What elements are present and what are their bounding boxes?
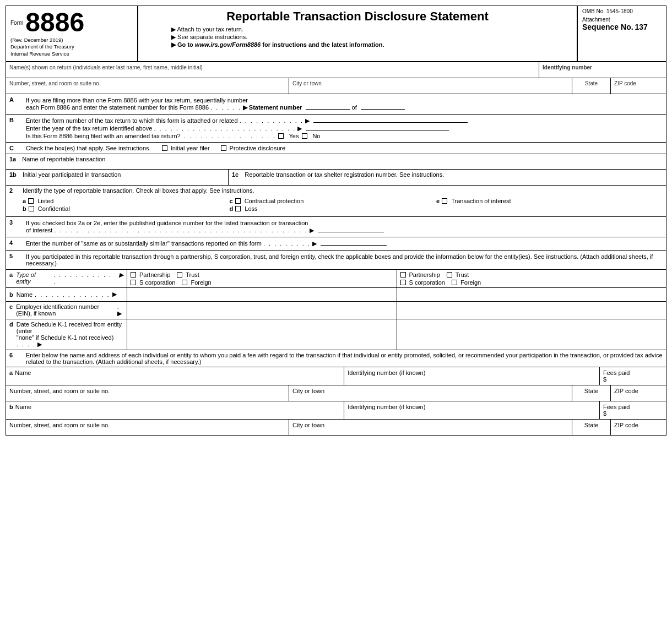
id-cell: Identifying number — [539, 62, 666, 78]
trust-1-checkbox[interactable] — [177, 272, 182, 278]
section-a-letter: A — [6, 94, 23, 105]
omb-number: OMB No. 1545-1800 — [582, 8, 662, 14]
sequence-number: Sequence No. 137 — [582, 23, 662, 31]
amended-return-no-checkbox[interactable] — [302, 133, 307, 139]
sec6a-id-cell: Identifying number (if known) — [344, 367, 600, 385]
instruction2: ▶ See separate instructions. — [171, 34, 566, 41]
sec6a-street-cell: Number, street, and room or suite no. — [6, 385, 289, 401]
option-d: d Loss — [230, 205, 437, 212]
form-8886: Form 8886 (Rev. December 2019) Departmen… — [6, 6, 666, 436]
check-trust-1: Trust — [177, 271, 199, 278]
entity-half-2: Partnership Trust S corporation — [397, 270, 666, 287]
foreign-1-checkbox[interactable] — [182, 280, 187, 285]
section-5-number: 5 — [6, 251, 23, 262]
k1-date-entity-1[interactable] — [127, 319, 397, 350]
street-label: Number, street, and room or suite no. — [9, 80, 285, 86]
street-cell: Number, street, and room or suite no. — [6, 78, 289, 94]
k1-date-entity-2[interactable] — [397, 319, 666, 350]
row-1bc: 1b Initial year participated in transact… — [6, 170, 666, 186]
section-6b-addr-row: Number, street, and room or suite no. Ci… — [6, 420, 666, 435]
field-1b-label: 1b — [9, 171, 17, 178]
instruction1: ▶ Attach to your tax return. — [171, 26, 566, 33]
option-c: c Contractual protection — [230, 198, 437, 204]
section-5-text: If you participated in this reportable t… — [23, 251, 666, 269]
cell-1c: 1c Reportable transaction or tax shelter… — [229, 170, 666, 185]
option-a: a Listed — [23, 198, 230, 204]
section-5-header: 5 If you participated in this reportable… — [6, 251, 666, 270]
city-cell: City or town — [289, 78, 572, 94]
trust-2-checkbox[interactable] — [447, 272, 452, 278]
header-left: Form 8886 (Rev. December 2019) Departmen… — [6, 6, 138, 61]
form-number-block: Form 8886 — [10, 9, 133, 36]
section-6-text: Enter below the name and address of each… — [23, 350, 666, 367]
name-entity-1[interactable] — [127, 288, 397, 301]
header-center: Reportable Transaction Disclosure Statem… — [138, 6, 578, 61]
initial-year-checkbox[interactable] — [162, 145, 167, 151]
section-4: 4 Enter the number of "same as or substa… — [6, 237, 666, 251]
field-1a-text: Name of reportable transaction — [22, 156, 105, 162]
state-label: State — [576, 80, 607, 86]
name-cell: Name(s) shown on return (individuals ent… — [6, 62, 539, 78]
name-entity-2[interactable] — [397, 288, 666, 301]
scorp-1-checkbox[interactable] — [131, 280, 136, 285]
section-6-header: 6 Enter below the name and address of ea… — [6, 350, 666, 367]
sec6b-fees-cell: Fees paid $ — [600, 401, 666, 419]
sec6a-state-cell: State — [572, 385, 611, 401]
header-right: OMB No. 1545-1800 Attachment Sequence No… — [578, 6, 666, 61]
option-b-checkbox[interactable] — [29, 206, 34, 211]
instruction3: ▶ Go to www.irs.gov/Form8886 for instruc… — [171, 41, 566, 48]
sec6b-street-cell: Number, street, and room or suite no. — [6, 420, 289, 435]
city-label: City or town — [292, 80, 568, 86]
attachment-label: Attachment — [582, 17, 662, 23]
rev-date: (Rev. December 2019) — [10, 37, 133, 43]
cell-1b: 1b Initial year participated in transact… — [6, 170, 229, 185]
section-3-number: 3 — [6, 217, 23, 228]
section-3: 3 If you checked box 2a or 2e, enter the… — [6, 217, 666, 237]
option-d-checkbox[interactable] — [235, 206, 241, 211]
section-a: A If you are filing more than one Form 8… — [6, 94, 666, 115]
zip-label: ZIP code — [614, 80, 663, 86]
sec6a-fees-cell: Fees paid $ — [600, 367, 666, 385]
option-b: b Confidential — [23, 205, 230, 212]
check-trust-2: Trust — [447, 271, 469, 278]
foreign-2-checkbox[interactable] — [452, 280, 457, 285]
sec6b-city-cell: City or town — [289, 420, 572, 435]
section-5d: d Date Schedule K-1 received from entity… — [6, 319, 666, 350]
sec6a-zip-cell: ZIP code — [611, 385, 666, 401]
field-1b-text: Initial year participated in transaction — [23, 171, 121, 178]
partnership-1-checkbox[interactable] — [131, 272, 136, 278]
section-2: 2 Identify the type of reportable transa… — [6, 186, 666, 217]
section-c-letter: C — [6, 143, 23, 154]
dept2: Internal Revenue Service — [10, 50, 133, 57]
entity-boxes: Partnership Trust S corporation — [127, 270, 666, 287]
amended-return-checkbox[interactable] — [278, 133, 284, 139]
section-6-number: 6 — [6, 350, 23, 367]
section-c: C Check the box(es) that apply. See inst… — [6, 143, 666, 154]
protective-disclosure-checkbox[interactable] — [221, 145, 226, 151]
check-partnership-1: Partnership — [131, 271, 170, 278]
section-5b: b Name . . . . . . . . . . . . . . ▶ — [6, 288, 666, 302]
ein-entity-1[interactable] — [127, 302, 397, 319]
ein-entity-2[interactable] — [397, 302, 666, 319]
field-1a-label: 1a — [9, 156, 16, 162]
option-e-checkbox[interactable] — [442, 198, 447, 204]
section-5a: a Type of entity . . . . . . . . . . . .… — [6, 270, 666, 288]
scorp-2-checkbox[interactable] — [400, 280, 406, 285]
section-2-text: Identify the type of reportable transact… — [23, 187, 254, 194]
name-label: Name(s) shown on return (individuals ent… — [9, 64, 535, 70]
option-c-checkbox[interactable] — [235, 198, 241, 204]
section-4-number: 4 — [6, 237, 23, 248]
state-cell: State — [572, 78, 611, 94]
address-row: Number, street, and room or suite no. Ci… — [6, 78, 666, 94]
form-label: Form — [10, 20, 23, 26]
check-foreign-2: Foreign — [452, 279, 481, 286]
sec6b-zip-cell: ZIP code — [611, 420, 666, 435]
check-scorp-1: S corporation — [131, 279, 175, 286]
header-instructions: ▶ Attach to your tax return. ▶ See separ… — [149, 26, 566, 48]
section-b: B Enter the form number of the tax retur… — [6, 115, 666, 143]
section-5a-label: a Type of entity . . . . . . . . . . . .… — [6, 270, 127, 287]
partnership-2-checkbox[interactable] — [400, 272, 406, 278]
check-partnership-2: Partnership — [400, 271, 440, 278]
section-5c: c Employer identification number (EIN), … — [6, 302, 666, 319]
option-a-checkbox[interactable] — [28, 198, 34, 204]
